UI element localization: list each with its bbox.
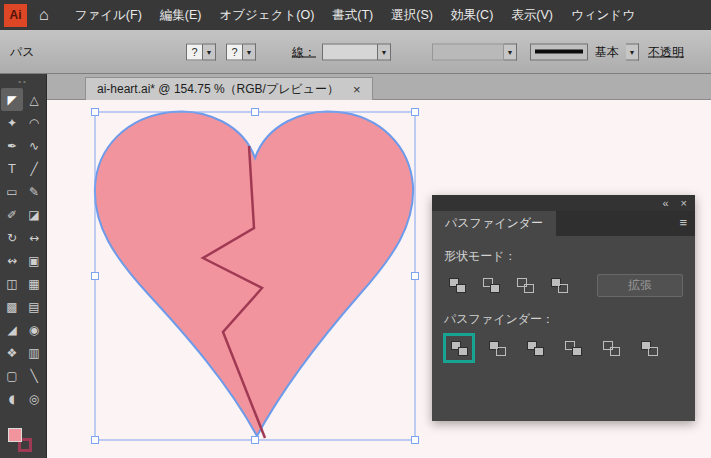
menu-item-2[interactable]: 編集(E): [160, 7, 202, 24]
opacity-label[interactable]: 不透明: [648, 43, 684, 60]
stroke-swatch-icon: ?: [226, 43, 243, 60]
eraser-tool[interactable]: ◪: [23, 203, 45, 226]
chevron-down-icon: ▼: [504, 43, 517, 60]
menu-item-7[interactable]: 表示(V): [511, 7, 553, 24]
stroke-width-label[interactable]: 線：: [292, 43, 316, 60]
perspective-grid-tool[interactable]: ▦: [23, 272, 45, 295]
shape-mode-label: 形状モード：: [444, 248, 683, 265]
stroke-color-dropdown[interactable]: ? ▼: [226, 43, 256, 60]
column-graph-tool[interactable]: ▥: [23, 341, 45, 364]
trim-button[interactable]: [484, 336, 510, 360]
selection-handle[interactable]: [92, 109, 99, 116]
menu-item-3[interactable]: オブジェクト(O): [219, 7, 314, 24]
pathfinder-panel: « × パスファインダー ≡ 形状モード： 拡張 パスファインダー：: [432, 195, 695, 421]
width-tool[interactable]: ↭: [1, 249, 23, 272]
app-logo-icon: Ai: [4, 4, 27, 27]
eyedropper-tool[interactable]: ◢: [1, 318, 23, 341]
divide-button[interactable]: [446, 336, 472, 360]
blend-tool[interactable]: ◉: [23, 318, 45, 341]
selection-handle[interactable]: [412, 109, 419, 116]
width-profile-dropdown[interactable]: ▼: [432, 43, 517, 60]
line-segment-tool[interactable]: ╱: [23, 157, 45, 180]
crop-button[interactable]: [560, 336, 586, 360]
slice-tool[interactable]: ╲: [23, 364, 45, 387]
expand-button[interactable]: 拡張: [597, 274, 683, 297]
selection-handle[interactable]: [252, 437, 259, 444]
tab-pathfinder[interactable]: パスファインダー: [432, 211, 556, 236]
fill-swatch-icon: ?: [186, 43, 203, 60]
scale-tool[interactable]: ↔: [23, 226, 45, 249]
exclude-button[interactable]: [546, 273, 572, 297]
outline-button[interactable]: [598, 336, 624, 360]
selected-object-label: パス: [10, 43, 35, 60]
pathfinder-panel-header: « ×: [432, 195, 695, 211]
intersect-button[interactable]: [512, 273, 538, 297]
symbol-sprayer-tool[interactable]: ❖: [1, 341, 23, 364]
selection-handle[interactable]: [92, 273, 99, 280]
paintbrush-tool[interactable]: ✎: [23, 180, 45, 203]
stroke-width-dropdown[interactable]: ▼: [322, 43, 391, 60]
menu-item-5[interactable]: 選択(S): [391, 7, 433, 24]
selection-handle[interactable]: [92, 437, 99, 444]
shape-builder-tool[interactable]: ◫: [1, 272, 23, 295]
minus-front-icon: [483, 278, 500, 293]
artboard-tool[interactable]: ▢: [1, 364, 23, 387]
close-icon[interactable]: ×: [353, 82, 361, 97]
menu-item-1[interactable]: ファイル(F): [75, 7, 142, 24]
selection-handle[interactable]: [412, 437, 419, 444]
shaper-tool[interactable]: ✐: [1, 203, 23, 226]
type-tool[interactable]: T: [1, 157, 23, 180]
menu-bar: Ai ⌂ ファイル(F)編集(E)オブジェクト(O)書式(T)選択(S)効果(C…: [0, 0, 711, 30]
unite-button[interactable]: [444, 273, 470, 297]
toolbar-grip[interactable]: ••: [0, 74, 46, 88]
collapse-icon[interactable]: «: [662, 197, 668, 209]
document-tab-bar: ai-heart.ai* @ 154.75 %（RGB/プレビュー） ×: [47, 74, 711, 100]
exclude-icon: [551, 278, 568, 293]
shape-mode-buttons: [444, 273, 572, 297]
pathfinder-label: パスファインダー：: [444, 311, 683, 328]
menu-items: ファイル(F)編集(E)オブジェクト(O)書式(T)選択(S)効果(C)表示(V…: [75, 7, 635, 24]
menu-item-6[interactable]: 効果(C): [451, 7, 493, 24]
toolbar-tools: ◤△✦◠✒∿T╱▭✎✐◪↻↔↭▣◫▦▩▤◢◉❖▥▢╲◖◎: [0, 88, 46, 410]
panel-menu-icon[interactable]: ≡: [679, 215, 687, 230]
chevron-down-icon: ▼: [243, 43, 256, 60]
hand-tool[interactable]: ◖: [1, 387, 23, 410]
lasso-tool[interactable]: ◠: [23, 111, 45, 134]
fill-color-well[interactable]: [8, 428, 22, 442]
mesh-tool[interactable]: ▩: [1, 295, 23, 318]
selection-handle[interactable]: [252, 109, 259, 116]
tools-panel: •• ◤△✦◠✒∿T╱▭✎✐◪↻↔↭▣◫▦▩▤◢◉❖▥▢╲◖◎: [0, 74, 47, 458]
selection-tool[interactable]: ◤: [1, 88, 23, 111]
brush-dropdown[interactable]: 基本 ▼: [530, 43, 639, 60]
free-transform-tool[interactable]: ▣: [23, 249, 45, 272]
pathfinder-panel-tabrow: パスファインダー ≡: [432, 211, 695, 236]
chevron-down-icon: ▼: [203, 43, 216, 60]
direct-selection-tool[interactable]: △: [23, 88, 45, 111]
close-icon[interactable]: ×: [681, 197, 687, 209]
chevron-down-icon: ▼: [378, 43, 391, 60]
fill-color-dropdown[interactable]: ? ▼: [186, 43, 216, 60]
pen-tool[interactable]: ✒: [1, 134, 23, 157]
fill-stroke-widget[interactable]: [8, 428, 38, 454]
selection-handle[interactable]: [412, 273, 419, 280]
rotate-tool[interactable]: ↻: [1, 226, 23, 249]
gradient-tool[interactable]: ▤: [23, 295, 45, 318]
magic-wand-tool[interactable]: ✦: [1, 111, 23, 134]
menu-item-4[interactable]: 書式(T): [332, 7, 373, 24]
merge-button[interactable]: [522, 336, 548, 360]
width-profile-value: [432, 43, 504, 60]
chevron-down-icon: ▼: [626, 43, 639, 60]
merge-icon: [527, 341, 544, 356]
document-tab[interactable]: ai-heart.ai* @ 154.75 %（RGB/プレビュー） ×: [85, 77, 373, 100]
minus-front-button[interactable]: [478, 273, 504, 297]
document-tab-title: ai-heart.ai* @ 154.75 %（RGB/プレビュー）: [97, 81, 339, 98]
zoom-tool[interactable]: ◎: [23, 387, 45, 410]
minus-back-button[interactable]: [636, 336, 662, 360]
heart-shape[interactable]: [95, 111, 413, 436]
stroke-width-value: [322, 43, 378, 60]
menu-item-8[interactable]: ウィンドウ: [571, 7, 635, 24]
control-bar: パス ? ▼ ? ▼ 線： ▼ ▼ 基本 ▼ 不透明: [0, 30, 711, 74]
rectangle-tool[interactable]: ▭: [1, 180, 23, 203]
curvature-tool[interactable]: ∿: [23, 134, 45, 157]
home-icon[interactable]: ⌂: [39, 6, 49, 24]
